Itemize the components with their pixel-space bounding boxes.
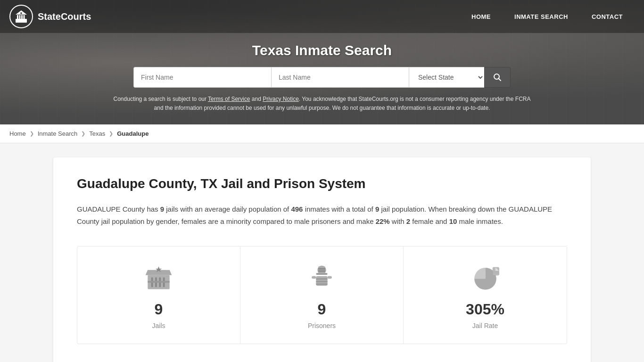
desc-total-jails: 9 xyxy=(375,205,379,213)
disclaimer-between: and xyxy=(250,96,263,102)
first-name-input[interactable] xyxy=(133,67,271,88)
svg-rect-1 xyxy=(17,15,18,19)
stat-prisoners-label: Prisoners xyxy=(250,322,394,329)
desc-female-pct: 22% xyxy=(376,217,390,225)
page-header: StateCourts HOME INMATE SEARCH CONTACT T… xyxy=(0,0,644,124)
desc-p6: female and xyxy=(410,217,449,225)
header-content: Texas Inmate Search Select State Texas C… xyxy=(0,33,644,124)
breadcrumb-current: Guadalupe xyxy=(117,130,149,137)
desc-male-count: 10 xyxy=(449,217,457,225)
state-select[interactable]: Select State Texas California Florida Ne… xyxy=(409,67,484,88)
stat-rate-number: 305% xyxy=(413,301,557,318)
svg-point-6 xyxy=(20,12,22,14)
nav-inmate-search[interactable]: INMATE SEARCH xyxy=(503,0,580,33)
svg-rect-4 xyxy=(24,15,25,19)
privacy-link[interactable]: Privacy Notice xyxy=(263,96,299,102)
stats-grid: 9 Jails xyxy=(77,246,567,344)
jail-icon xyxy=(87,261,231,294)
svg-rect-24 xyxy=(316,281,327,282)
logo-icon xyxy=(9,5,33,28)
nav-home[interactable]: HOME xyxy=(460,0,503,33)
site-name: StateCourts xyxy=(38,11,91,22)
svg-rect-2 xyxy=(19,15,21,19)
stat-prisoners-number: 9 xyxy=(250,301,394,318)
svg-rect-0 xyxy=(16,19,27,23)
breadcrumb-state[interactable]: Texas xyxy=(89,130,105,137)
breadcrumb-sep-3: ❯ xyxy=(109,131,113,137)
stat-jail-rate: 305% Jail Rate xyxy=(404,247,567,344)
svg-rect-26 xyxy=(312,276,316,279)
card-title: Guadalupe County, TX Jail and Prison Sys… xyxy=(77,176,567,191)
desc-jails: 9 xyxy=(160,205,164,213)
header-title: Texas Inmate Search xyxy=(9,42,635,58)
stat-jails-label: Jails xyxy=(87,322,231,329)
nav-contact[interactable]: CONTACT xyxy=(580,0,635,33)
content-card: Guadalupe County, TX Jail and Prison Sys… xyxy=(53,157,591,362)
stat-rate-label: Jail Rate xyxy=(413,322,557,329)
stat-jails-number: 9 xyxy=(87,301,231,318)
desc-p3: inmates with a total of xyxy=(303,205,375,213)
desc-p1: GUADALUPE County has xyxy=(77,205,160,213)
main-content: Guadalupe County, TX Jail and Prison Sys… xyxy=(44,157,600,362)
search-icon xyxy=(493,73,502,82)
desc-p2: jails with an average daily population o… xyxy=(164,205,291,213)
nav-links: HOME INMATE SEARCH CONTACT xyxy=(460,0,635,33)
disclaimer-before: Conducting a search is subject to our xyxy=(114,96,208,102)
breadcrumb: Home ❯ Inmate Search ❯ Texas ❯ Guadalupe xyxy=(0,124,644,143)
breadcrumb-home[interactable]: Home xyxy=(9,130,26,137)
breadcrumb-sep-2: ❯ xyxy=(81,131,85,137)
disclaimer-text: Conducting a search is subject to our Te… xyxy=(110,95,534,113)
search-form: Select State Texas California Florida Ne… xyxy=(133,67,511,88)
svg-rect-27 xyxy=(328,276,332,279)
desc-p5: with xyxy=(390,217,406,225)
breadcrumb-inmate-search[interactable]: Inmate Search xyxy=(38,130,78,137)
svg-rect-25 xyxy=(316,283,327,285)
svg-line-8 xyxy=(499,79,501,81)
terms-link[interactable]: Terms of Service xyxy=(208,96,250,102)
desc-avg-pop: 496 xyxy=(291,205,303,213)
svg-rect-19 xyxy=(318,266,325,273)
svg-rect-23 xyxy=(316,278,327,280)
search-button[interactable] xyxy=(484,67,511,88)
svg-rect-21 xyxy=(318,271,325,272)
desc-female-count: 2 xyxy=(406,217,410,225)
last-name-input[interactable] xyxy=(271,67,409,88)
breadcrumb-sep-1: ❯ xyxy=(30,131,34,137)
rate-icon xyxy=(413,261,557,294)
prisoner-icon xyxy=(250,261,394,294)
stat-jails: 9 Jails xyxy=(77,247,240,344)
svg-rect-14 xyxy=(148,281,169,283)
svg-rect-3 xyxy=(21,15,23,19)
svg-rect-20 xyxy=(318,268,325,270)
desc-p7: male inmates. xyxy=(457,217,503,225)
main-nav: StateCourts HOME INMATE SEARCH CONTACT xyxy=(0,0,644,33)
stat-prisoners: 9 Prisoners xyxy=(240,247,404,344)
site-logo[interactable]: StateCourts xyxy=(9,5,91,28)
description: GUADALUPE County has 9 jails with an ave… xyxy=(77,203,567,227)
